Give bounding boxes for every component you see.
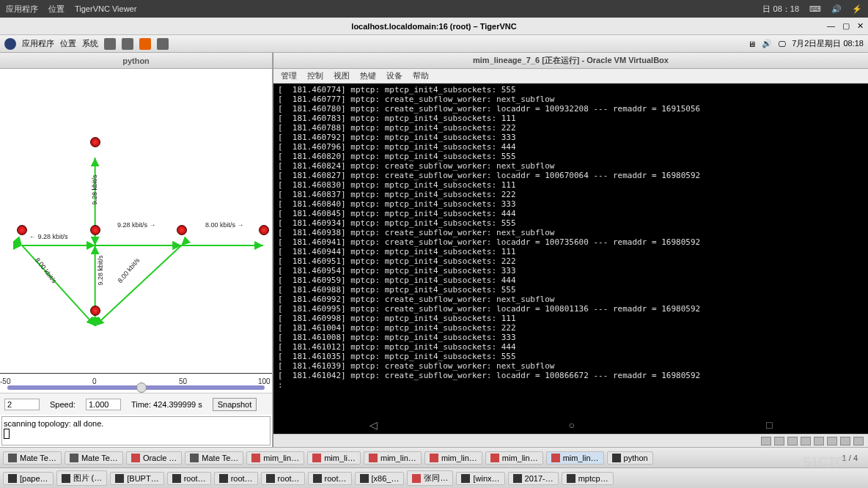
taskbar-item[interactable]: python <box>607 451 653 465</box>
taskbar-item[interactable]: mim_li… <box>307 451 361 465</box>
task-label: Mate Te… <box>81 454 118 462</box>
battery-icon[interactable]: ⚡ <box>852 4 862 14</box>
taskbar-item[interactable]: [x86_… <box>355 472 405 485</box>
display-icon[interactable]: 🖵 <box>778 40 786 48</box>
fedora-icon[interactable] <box>4 38 16 50</box>
guest-system[interactable]: 系统 <box>82 38 98 49</box>
slider-thumb[interactable] <box>136 382 147 393</box>
menu-item[interactable]: 设备 <box>386 70 402 81</box>
status-icon[interactable] <box>801 437 811 446</box>
time-label: Time: 424.399999 s <box>131 400 202 409</box>
axis-tick: 100 <box>258 377 271 385</box>
app-icon <box>513 474 522 483</box>
taskbar-item[interactable]: [BUPT… <box>110 472 163 485</box>
close-icon[interactable]: ✕ <box>857 21 864 31</box>
app-icon <box>62 474 70 483</box>
maximize-icon[interactable]: ▢ <box>842 21 850 31</box>
menu-item[interactable]: 帮助 <box>413 70 429 81</box>
app-icon <box>8 454 17 462</box>
graph-node[interactable] <box>90 137 100 147</box>
task-label: mim_lin… <box>502 454 538 462</box>
keyboard-icon[interactable]: ⌨ <box>809 4 821 14</box>
edge-label: 9.28 kbit/s → <box>117 221 156 229</box>
recent-icon[interactable]: □ <box>766 419 772 431</box>
task-label: Oracle … <box>143 454 177 462</box>
status-icon[interactable] <box>827 437 837 446</box>
status-icon[interactable] <box>840 437 850 446</box>
taskbar-item[interactable]: root… <box>214 472 258 485</box>
python-window: python ← 9.28 kbit/s 9. <box>0 53 273 447</box>
minimize-icon[interactable]: — <box>827 21 835 31</box>
graph-node[interactable] <box>259 225 269 235</box>
taskbar-item[interactable]: root… <box>308 472 352 485</box>
app-icon[interactable] <box>157 38 169 50</box>
menu-item[interactable]: 控制 <box>307 70 323 81</box>
guest-apps[interactable]: 应用程序 <box>22 38 54 49</box>
taskbar-item[interactable]: Mate Te… <box>3 451 62 465</box>
taskbar-item[interactable]: Mate Te… <box>185 451 243 465</box>
vm-console[interactable]: [ 181.460774] mptcp: mptcp_init4_subsock… <box>273 84 868 416</box>
taskbar-item[interactable]: root… <box>167 472 211 485</box>
task-label: root… <box>231 474 253 483</box>
volume-icon[interactable]: 🔊 <box>762 39 772 48</box>
status-icon[interactable] <box>761 437 771 446</box>
taskbar-item[interactable]: mim_lin… <box>546 451 604 465</box>
speed-label: Speed: <box>50 400 76 409</box>
vbox-menubar: 管理控制视图热键设备帮助 <box>273 69 868 84</box>
graph-node[interactable] <box>90 306 100 316</box>
app-icon <box>115 474 124 483</box>
taskbar-item[interactable]: mim_lin… <box>364 451 422 465</box>
back-icon[interactable]: ◁ <box>369 419 378 431</box>
menu-places[interactable]: 位置 <box>48 4 65 15</box>
taskbar-item[interactable]: mim_lin… <box>424 451 482 465</box>
android-navbar: ◁ ○ □ <box>273 416 868 434</box>
taskbar-item[interactable]: [pape… <box>3 472 54 485</box>
menu-apps[interactable]: 应用程序 <box>6 4 38 15</box>
files-icon[interactable] <box>122 38 133 50</box>
taskbar-item[interactable]: mim_lin… <box>246 451 304 465</box>
menu-item[interactable]: 视图 <box>334 70 350 81</box>
graph-node[interactable] <box>90 225 100 235</box>
status-icon[interactable] <box>774 437 784 446</box>
taskbar-item[interactable]: root… <box>261 472 305 485</box>
menu-item[interactable]: 管理 <box>281 70 297 81</box>
taskbar-item[interactable]: mim_lin… <box>485 451 543 465</box>
taskbar-item[interactable]: [winx… <box>456 472 504 485</box>
taskbar-item[interactable]: 图片 (… <box>56 470 108 486</box>
taskbar-item[interactable]: Oracle … <box>126 451 182 465</box>
task-label: mptcp… <box>578 474 608 483</box>
graph-node[interactable] <box>177 225 187 235</box>
taskbar-item[interactable]: Mate Te… <box>65 451 123 465</box>
app-icon <box>612 454 621 462</box>
tray-icon[interactable]: 🖥 <box>748 40 756 48</box>
topology-graph[interactable]: ← 9.28 kbit/s 9.28 kbit/s → 8.00 kbit/s … <box>0 69 272 393</box>
app-icon <box>490 454 499 462</box>
axis-tick: 0 <box>92 377 97 385</box>
taskbar-lower: [pape…图片 (…[BUPT…root…root…root…root…[x8… <box>0 467 868 488</box>
app-icon <box>70 454 78 462</box>
app-icon <box>313 474 322 483</box>
axis-tick: -50 <box>0 377 10 385</box>
status-icon[interactable] <box>853 437 864 446</box>
task-label: 图片 (… <box>73 473 103 484</box>
app-icon <box>312 454 321 462</box>
firefox-icon[interactable] <box>139 38 151 50</box>
taskbar-item[interactable]: 张同… <box>407 470 453 486</box>
snapshot-button[interactable]: Snapshot <box>213 398 257 411</box>
input-field[interactable] <box>4 399 40 410</box>
taskbar-item[interactable]: mptcp… <box>562 472 614 485</box>
volume-icon[interactable]: 🔊 <box>831 4 842 14</box>
menu-item[interactable]: 热键 <box>360 70 376 81</box>
graph-node[interactable] <box>17 225 27 235</box>
app-name: TigerVNC Viewer <box>75 4 136 13</box>
guest-places[interactable]: 位置 <box>60 38 76 49</box>
speed-input[interactable] <box>86 399 121 410</box>
status-icon[interactable] <box>814 437 824 446</box>
svg-line-5 <box>95 245 182 326</box>
terminal-icon[interactable] <box>104 38 116 50</box>
taskbar-item[interactable]: 2017-… <box>508 472 559 485</box>
home-icon[interactable]: ○ <box>569 419 575 431</box>
edge-label: ← 9.28 kbit/s <box>29 233 68 240</box>
guest-clock: 7月2日星期日 08:18 <box>792 38 864 49</box>
status-icon[interactable] <box>787 437 798 446</box>
